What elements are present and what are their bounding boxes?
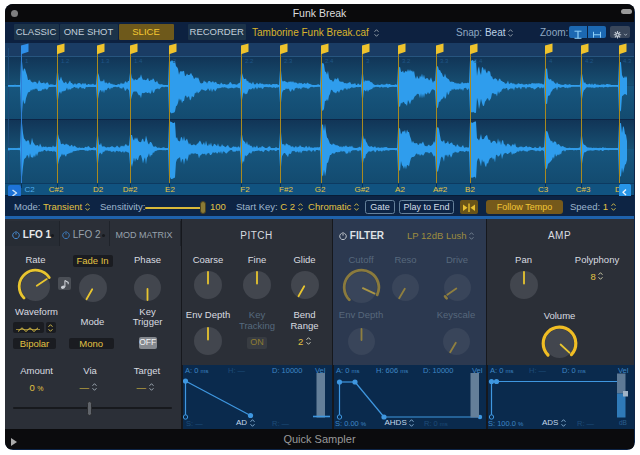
svg-text:3.4: 3.4 xyxy=(474,58,483,64)
svg-text:2.4: 2.4 xyxy=(325,58,334,64)
svg-text:3.2: 3.2 xyxy=(402,58,411,64)
svg-text:2.2: 2.2 xyxy=(245,58,254,64)
svg-text:4.3: 4.3 xyxy=(623,58,632,64)
svg-text:4.2: 4.2 xyxy=(585,58,594,64)
svg-text:2.3: 2.3 xyxy=(284,58,293,64)
svg-text:1.2: 1.2 xyxy=(61,58,70,64)
svg-text:3.3: 3.3 xyxy=(440,58,449,64)
svg-text:1.3: 1.3 xyxy=(101,58,110,64)
svg-text:1.4: 1.4 xyxy=(134,58,143,64)
